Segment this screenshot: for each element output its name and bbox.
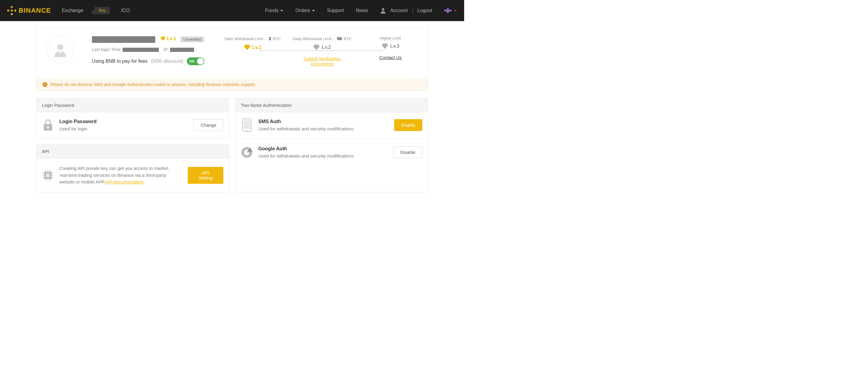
sms-auth-title: SMS Auth	[258, 119, 353, 124]
nav-support[interactable]: Support	[327, 8, 344, 13]
verification-badge: Unverified	[181, 36, 204, 42]
submit-verification-link[interactable]: Submit Verification Documents	[304, 56, 341, 66]
api-panel: API Creating API priva	[36, 144, 229, 193]
change-password-button[interactable]: Change	[193, 119, 223, 131]
withdraw-label-1: Daily Withdrawal Limit：	[224, 36, 267, 41]
google-auth-desc: Used for withdrawals and security modifi…	[258, 153, 353, 159]
ip-redacted	[170, 48, 194, 52]
nav-ico[interactable]: ICO	[121, 8, 130, 13]
nav-orders-label: Orders	[296, 8, 310, 13]
api-head: API	[36, 145, 229, 159]
nav-left-group: Exchange Pro ICO	[62, 7, 130, 14]
svg-rect-1	[10, 13, 13, 15]
lock-icon	[42, 119, 54, 131]
svg-rect-3	[14, 9, 16, 12]
chevron-down-icon	[454, 10, 457, 11]
svg-rect-2	[7, 9, 9, 12]
last-login-redacted	[123, 48, 159, 52]
nav-account[interactable]: Account	[390, 8, 408, 13]
svg-rect-4	[10, 9, 13, 12]
api-documentation-link[interactable]: API documentation	[105, 179, 144, 184]
nav-orders[interactable]: Orders	[296, 8, 315, 13]
bnb-fee-toggle[interactable]: ON	[187, 57, 204, 65]
lv1-value: 2	[269, 36, 271, 41]
diamond-icon	[313, 45, 320, 50]
account-overview-card: Lv.1 Unverified Last login Time: IP: Usi…	[36, 27, 428, 91]
diamond-icon	[381, 44, 388, 49]
level-2-col: Daily Withdrawal Limit： 50 BTC Lv.2 Subm…	[293, 36, 351, 66]
username-redacted	[92, 36, 155, 43]
svg-rect-12	[46, 174, 50, 177]
level-1-col: Daily Withdrawal Limit： 2 BTC Lv.1	[224, 36, 281, 66]
sms-auth-row: SMS Auth Used for withdrawals and securi…	[241, 119, 422, 131]
google-auth-row: Google Auth Used for withdrawals and sec…	[241, 146, 422, 159]
sms-enable-button[interactable]: Enable	[394, 119, 422, 131]
last-login-label: Last login Time:	[92, 47, 121, 52]
ip-label: IP:	[164, 47, 169, 52]
svg-point-6	[57, 44, 63, 50]
nav-funds[interactable]: Funds	[265, 8, 283, 13]
withdraw-label-2: Daily Withdrawal Limit：	[293, 36, 335, 41]
toggle-label: ON	[189, 59, 194, 63]
lv3-label: Lv.3	[390, 44, 399, 49]
nav-funds-label: Funds	[265, 8, 278, 13]
svg-point-27	[246, 130, 247, 131]
diamond-icon	[161, 36, 165, 41]
twofa-head: Two-factor Authentication	[236, 98, 428, 112]
level-text: Lv.1	[167, 36, 176, 41]
brand-text: BINANCE	[19, 7, 51, 15]
warning-icon: !	[42, 82, 47, 87]
nav-exchange[interactable]: Exchange	[62, 8, 83, 13]
nav-pro-badge[interactable]: Pro	[95, 7, 110, 14]
divider	[241, 139, 422, 139]
login-pw-title: Login Password	[59, 119, 97, 124]
avatar	[47, 36, 74, 63]
nav-account-group: Account | Logout	[380, 7, 432, 13]
language-selector[interactable]	[444, 8, 457, 13]
unit-2: BTC	[344, 36, 351, 41]
top-navbar: BINANCE Exchange Pro ICO Funds Orders Su…	[0, 0, 464, 21]
login-pw-desc: Used for login	[59, 126, 97, 131]
lv2-value: 50	[337, 36, 342, 41]
divider: |	[412, 8, 413, 13]
user-info-block: Lv.1 Unverified Last login Time: IP: Usi…	[92, 36, 224, 72]
twofa-panel: Two-factor Authentication SMS Auth Used …	[235, 98, 428, 193]
svg-rect-10	[48, 127, 49, 129]
level-3-col: Higher Limit Lv.3 Contact Us	[364, 36, 417, 66]
lv1-label: Lv.1	[252, 45, 261, 50]
uk-flag-icon	[444, 8, 452, 13]
page-container: Lv.1 Unverified Last login Time: IP: Usi…	[36, 27, 428, 193]
chevron-down-icon	[312, 10, 315, 11]
toggle-knob	[197, 58, 204, 64]
binance-icon	[7, 6, 16, 15]
chip-icon	[42, 169, 54, 181]
nav-logout[interactable]: Logout	[417, 8, 432, 13]
phone-icon	[241, 119, 253, 131]
api-setting-button[interactable]: API Setting	[188, 167, 223, 184]
google-auth-icon	[241, 146, 253, 159]
limits-block: Daily Withdrawal Limit： 2 BTC Lv.1 Daily…	[224, 36, 417, 72]
svg-point-5	[382, 8, 384, 10]
login-password-panel: Login Password Login Password Used for l…	[36, 98, 229, 138]
unit-1: BTC	[273, 36, 281, 41]
svg-rect-7	[59, 51, 61, 53]
user-icon	[380, 7, 386, 13]
security-warning-bar: ! Please do not disclose SMS and Google …	[36, 79, 428, 90]
nav-news[interactable]: News	[356, 8, 368, 13]
login-password-head: Login Password	[36, 98, 229, 112]
fee-discount: (50% discount)	[151, 59, 183, 64]
lv2-label: Lv.2	[321, 45, 331, 50]
higher-limit-label: Higher Limit	[364, 36, 417, 40]
google-auth-title: Google Auth	[258, 146, 353, 151]
level-badge: Lv.1	[161, 36, 176, 41]
sms-auth-desc: Used for withdrawals and security modifi…	[258, 126, 353, 131]
svg-rect-0	[10, 6, 13, 8]
left-column: Login Password Login Password Used for l…	[36, 98, 229, 193]
avatar-icon	[53, 42, 68, 57]
warning-text: Please do not disclose SMS and Google Au…	[50, 82, 256, 87]
chevron-down-icon	[280, 10, 283, 11]
diamond-icon	[244, 45, 250, 50]
google-disable-button[interactable]: Disable	[393, 146, 422, 158]
contact-us-link[interactable]: Contact Us	[379, 55, 402, 60]
brand-logo[interactable]: BINANCE	[7, 6, 51, 15]
